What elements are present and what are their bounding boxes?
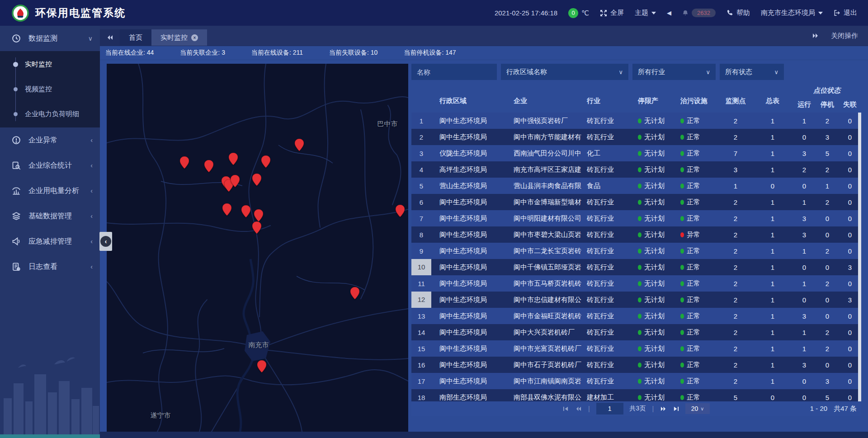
table-row[interactable]: 2阆中生态环境局阆中市南方节能建材有砖瓦行业无计划正常21030 bbox=[411, 129, 861, 145]
status-dot bbox=[638, 281, 642, 286]
chart-icon bbox=[12, 186, 23, 195]
table-row[interactable]: 15阆中生态环境局阆中市光富页岩机砖厂砖瓦行业无计划正常21120 bbox=[411, 340, 861, 357]
table-row[interactable]: 1阆中生态环境局阆中强锐页岩砖厂砖瓦行业无计划正常21120 bbox=[411, 113, 861, 129]
stat-item: 当前停机设备: 147 bbox=[404, 49, 456, 57]
status-dot bbox=[680, 151, 684, 156]
org-dropdown[interactable]: 南充市生态环境局 bbox=[761, 9, 823, 17]
sidebar-item-4[interactable]: 企业用电量分析‹ bbox=[0, 178, 100, 203]
point-status-group-header: 点位状态 bbox=[793, 86, 861, 95]
table-row[interactable]: 12阆中生态环境局阆中市忠信建材有限公砖瓦行业无计划正常21003 bbox=[411, 292, 861, 308]
table-row[interactable]: 7阆中生态环境局阆中明阳建材有限公司砖瓦行业无计划正常21300 bbox=[411, 210, 861, 226]
map-pin[interactable] bbox=[180, 156, 189, 169]
sidebar-collapse-toggle[interactable]: ‹ bbox=[99, 232, 112, 251]
fullscreen-button[interactable]: 全屏 bbox=[600, 9, 624, 17]
tab-home[interactable]: 首页 bbox=[120, 29, 151, 46]
sidebar-item-3[interactable]: 企业综合统计‹ bbox=[0, 153, 100, 178]
status-dot bbox=[680, 314, 684, 319]
help-button[interactable]: 帮助 bbox=[726, 9, 750, 17]
table-scrollbar[interactable] bbox=[858, 113, 861, 401]
logout-button[interactable]: 退出 bbox=[834, 9, 857, 17]
map-pin[interactable] bbox=[229, 153, 238, 165]
theme-dropdown[interactable]: 主题 bbox=[635, 9, 656, 17]
sidebar-subitem[interactable]: 视频监控 bbox=[0, 77, 100, 102]
tabs-scroll-right-button[interactable] bbox=[812, 33, 819, 39]
chevron-down-icon: ∨ bbox=[774, 69, 778, 75]
prev-page-button[interactable] bbox=[575, 406, 582, 412]
tab-close-icon[interactable]: × bbox=[191, 34, 198, 41]
map-pin[interactable] bbox=[295, 139, 304, 151]
datetime: 2021-02-25 17:46:18 bbox=[495, 9, 557, 17]
name-search-input[interactable] bbox=[411, 64, 497, 80]
pagination-bar: | 共3页 | 20 ∨ 1 - 20 共47 条 bbox=[411, 401, 861, 416]
page-title: 环保用电监管系统 bbox=[35, 6, 126, 20]
region-select[interactable]: 行政区域名称 ∨ bbox=[501, 64, 628, 80]
tabbar-right-controls: 关闭操作 bbox=[812, 26, 868, 46]
bell-icon bbox=[682, 10, 689, 16]
sidebar-subitem[interactable]: 实时监控 bbox=[0, 52, 100, 77]
table-row[interactable]: 11阆中生态环境局阆中市五马桥页岩机砖砖瓦行业无计划正常21120 bbox=[411, 275, 861, 292]
status-dot bbox=[680, 330, 684, 335]
header-controls: 2021-02-25 17:46:18 0 ℃ 全屏 主题 ◀ 2632 bbox=[495, 8, 868, 18]
sound-toggle-icon[interactable]: ◀ bbox=[667, 9, 671, 16]
table-row[interactable]: 5营山生态环境局营山县润丰肉食品有限食品无计划正常10010 bbox=[411, 178, 861, 194]
table-row[interactable]: 6阆中生态环境局阆中市金博瑞新型墙材砖瓦行业无计划正常21120 bbox=[411, 194, 861, 210]
industry-select[interactable]: 所有行业 ∨ bbox=[632, 64, 716, 80]
status-dot bbox=[638, 232, 642, 237]
map-pin[interactable] bbox=[252, 221, 261, 234]
temperature: 0 ℃ bbox=[568, 8, 589, 18]
sidebar-subitem[interactable]: 企业电力负荷明细 bbox=[0, 102, 100, 127]
top-header: 环保用电监管系统 2021-02-25 17:46:18 0 ℃ 全屏 主题 ◀ bbox=[0, 0, 868, 26]
map-pin[interactable] bbox=[252, 174, 261, 186]
map-pin[interactable] bbox=[254, 209, 263, 221]
close-operations-button[interactable]: 关闭操作 bbox=[831, 32, 858, 40]
map-pin[interactable] bbox=[231, 175, 240, 187]
map-pin[interactable] bbox=[257, 360, 266, 372]
sidebar-item-1[interactable]: 数据监测∨ bbox=[0, 26, 100, 51]
tab-bar: 首页 实时监控 × 关闭操作 bbox=[100, 26, 868, 46]
status-dot bbox=[638, 249, 642, 254]
status-dot bbox=[638, 265, 642, 270]
next-page-button[interactable] bbox=[660, 406, 667, 412]
map-city-label: 遂宁市 bbox=[151, 411, 171, 420]
table-row[interactable]: 8阆中生态环境局阆中市枣碧大梁山页岩砖瓦行业无计划异常21300 bbox=[411, 226, 861, 243]
temperature-circle: 0 bbox=[568, 8, 578, 18]
status-dot bbox=[638, 200, 642, 205]
last-page-button[interactable] bbox=[673, 406, 679, 412]
table-row[interactable]: 17阆中生态环境局阆中市江南镇阆南页岩砖瓦行业无计划正常21030 bbox=[411, 373, 861, 389]
map-city-label: 南充市 bbox=[249, 341, 269, 349]
chevron-left-icon: ‹ bbox=[90, 162, 93, 169]
map-pin[interactable] bbox=[350, 287, 359, 299]
table-row[interactable]: 4高坪生态环境局南充市高坪区王家店建砖瓦行业无计划正常31220 bbox=[411, 161, 861, 178]
table-row[interactable]: 10阆中生态环境局阆中千佛镇五郎垭页岩砖瓦行业无计划正常21003 bbox=[411, 259, 861, 275]
status-dot bbox=[638, 184, 642, 188]
page-size-select[interactable]: 20 ∨ bbox=[685, 403, 710, 414]
status-dot bbox=[680, 346, 684, 351]
table-row[interactable]: 14阆中生态环境局阆中大兴页岩机砖厂砖瓦行业无计划正常21120 bbox=[411, 324, 861, 340]
page-number-input[interactable] bbox=[596, 403, 623, 414]
map-pin[interactable] bbox=[222, 203, 231, 216]
map-canvas[interactable]: 巴中市南充市遂宁市 bbox=[107, 64, 408, 432]
status-select[interactable]: 所有状态 ∨ bbox=[720, 64, 784, 80]
map-city-label: 巴中市 bbox=[377, 120, 398, 128]
stats-bar: 当前在线企业: 44当前失联企业: 3当前在线设备: 211当前失联设备: 10… bbox=[100, 46, 868, 60]
map-pin[interactable] bbox=[261, 155, 270, 168]
table-row[interactable]: 3仪陇生态环境局西南油气田分公司川中化工无计划正常71350 bbox=[411, 145, 861, 161]
status-dot bbox=[680, 281, 684, 286]
map-pin[interactable] bbox=[204, 160, 213, 172]
teal-accent-strip bbox=[0, 434, 100, 438]
map-pin[interactable] bbox=[241, 205, 250, 217]
table-row[interactable]: 16阆中生态环境局阆中市石子页岩机砖厂砖瓦行业无计划正常21300 bbox=[411, 357, 861, 373]
table-row[interactable]: 9阆中生态环境局阆中市二龙长宝页岩砖砖瓦行业无计划正常21120 bbox=[411, 243, 861, 259]
notification-count: 2632 bbox=[692, 9, 716, 17]
tabs-scroll-left-button[interactable] bbox=[100, 29, 120, 46]
sidebar-item-6[interactable]: 应急减排管理‹ bbox=[0, 229, 100, 254]
notification-badge[interactable]: 2632 bbox=[682, 9, 716, 17]
table-row[interactable]: 13阆中生态环境局阆中市金福旺页岩机砖砖瓦行业无计划正常21300 bbox=[411, 308, 861, 324]
map-pin[interactable] bbox=[396, 205, 405, 217]
sidebar-item-5[interactable]: 基础数据管理‹ bbox=[0, 203, 100, 229]
sidebar-item-2[interactable]: 企业异常‹ bbox=[0, 127, 100, 153]
first-page-button[interactable] bbox=[563, 406, 569, 412]
tab-realtime-monitor[interactable]: 实时监控 × bbox=[151, 29, 207, 46]
table-row[interactable]: 18南部生态环境局南部县双佛水泥有限公建材加工无计划正常50050 bbox=[411, 389, 861, 401]
sidebar-item-7[interactable]: 日志查看‹ bbox=[0, 254, 100, 279]
